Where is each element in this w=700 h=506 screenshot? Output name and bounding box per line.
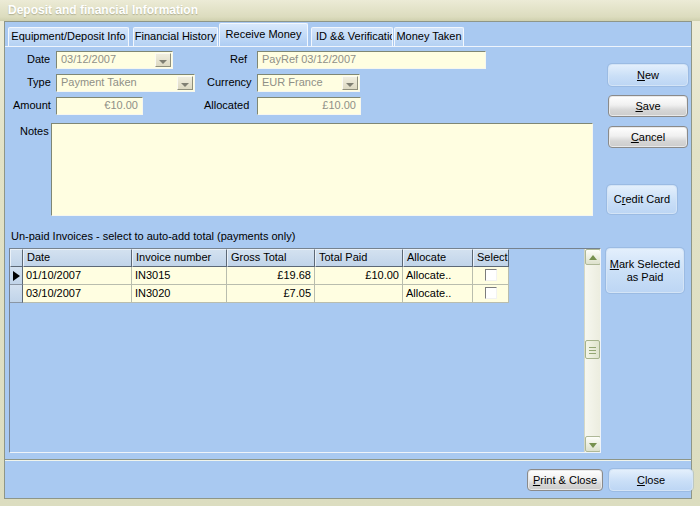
tab-label: Receive Money	[226, 28, 302, 40]
amount-value: €10.00	[104, 99, 138, 111]
button-label: Close	[637, 474, 665, 487]
cell-gross-total: £19.68	[227, 267, 315, 285]
print-and-close-button[interactable]: Print & Close	[527, 469, 603, 491]
bottom-divider	[5, 459, 691, 461]
cell-invoice-number: IN3015	[132, 267, 227, 285]
type-value: Payment Taken	[61, 76, 137, 88]
record-selector[interactable]	[10, 285, 23, 303]
cell-total-paid: £10.00	[315, 267, 403, 285]
cell-allocate-link[interactable]: Allocate..	[403, 267, 473, 285]
cell-select	[473, 267, 509, 285]
column-header-date[interactable]: Date	[23, 249, 132, 267]
currency-combobox[interactable]: EUR France	[257, 74, 360, 92]
record-selector-header	[10, 249, 23, 267]
tab-label: Money Taken	[396, 30, 461, 42]
amount-input[interactable]: €10.00	[56, 97, 143, 115]
grid-header-row: Date Invoice number Gross Total Total Pa…	[10, 249, 600, 267]
cell-date: 03/10/2007	[23, 285, 132, 303]
tab-receive-money[interactable]: Receive Money	[219, 23, 308, 46]
button-label: Save	[635, 100, 660, 113]
column-header-invoice-number[interactable]: Invoice number	[132, 249, 227, 267]
scrollbar-thumb[interactable]	[585, 340, 600, 359]
invoice-row: 03/10/2007IN3020£7.05Allocate..	[10, 285, 600, 303]
date-value: 03/12/2007	[61, 53, 116, 65]
column-header-allocate[interactable]: Allocate	[403, 249, 473, 267]
allocated-value: £10.00	[322, 99, 356, 111]
title-bar: Deposit and financial Information	[0, 0, 700, 21]
allocated-label: Allocated	[204, 99, 249, 111]
tab-label: Financial History	[135, 30, 216, 42]
tab-money-taken[interactable]: Money Taken	[394, 27, 464, 46]
mark-selected-as-paid-button[interactable]: Mark Selected as Paid	[606, 248, 684, 293]
type-combobox[interactable]: Payment Taken	[56, 74, 195, 92]
amount-label: Amount	[13, 99, 51, 111]
tab-financial-history[interactable]: Financial History	[133, 27, 218, 46]
button-label: Mark Selected as Paid	[607, 258, 683, 284]
button-label: Cancel	[631, 131, 665, 144]
credit-card-button[interactable]: Credit Card	[607, 185, 677, 214]
ref-input[interactable]: PayRef 03/12/2007	[257, 51, 486, 69]
cell-total-paid	[315, 285, 403, 303]
cell-allocate-link[interactable]: Allocate..	[403, 285, 473, 303]
cell-invoice-number: IN3020	[132, 285, 227, 303]
tab-label: ID && Verification	[316, 30, 393, 42]
new-button[interactable]: New	[608, 64, 688, 86]
close-button[interactable]: Close	[609, 469, 693, 491]
select-checkbox[interactable]	[485, 269, 497, 281]
unpaid-invoices-grid: Date Invoice number Gross Total Total Pa…	[9, 248, 601, 453]
column-header-total-paid[interactable]: Total Paid	[315, 249, 403, 267]
current-record-arrow-icon	[13, 271, 20, 281]
column-header-gross-total[interactable]: Gross Total	[227, 249, 315, 267]
window-title: Deposit and financial Information	[8, 3, 198, 17]
allocated-input[interactable]: £10.00	[257, 97, 361, 115]
scroll-up-icon[interactable]	[585, 249, 601, 265]
tab-page-receive-money: Equipment/Deposit Info Financial History…	[4, 21, 692, 499]
tab-label: Equipment/Deposit Info	[11, 30, 125, 42]
button-label: Print & Close	[533, 474, 597, 487]
tab-equipment-deposit-info[interactable]: Equipment/Deposit Info	[8, 27, 129, 46]
notes-textarea[interactable]	[51, 123, 593, 216]
ref-label: Ref	[230, 53, 247, 65]
ref-value: PayRef 03/12/2007	[262, 53, 356, 65]
type-label: Type	[27, 76, 51, 88]
select-checkbox[interactable]	[485, 287, 497, 299]
column-header-select[interactable]: Select	[473, 249, 509, 267]
chevron-down-icon[interactable]	[155, 53, 171, 67]
invoice-row: 01/10/2007IN3015£19.68£10.00Allocate..	[10, 267, 600, 285]
button-label: Credit Card	[614, 193, 670, 206]
cell-select	[473, 285, 509, 303]
button-label: New	[637, 69, 659, 82]
date-label: Date	[27, 53, 50, 65]
scroll-down-icon[interactable]	[585, 436, 601, 452]
unpaid-invoices-section-label: Un-paid Invoices - select to auto-add to…	[11, 230, 295, 242]
grid-vertical-scrollbar[interactable]	[584, 249, 600, 452]
tab-id-verification[interactable]: ID && Verification	[311, 27, 393, 46]
currency-label: Currency	[207, 76, 252, 88]
record-selector[interactable]	[10, 267, 23, 285]
cell-gross-total: £7.05	[227, 285, 315, 303]
date-combobox[interactable]: 03/12/2007	[56, 51, 173, 69]
grid-body: 01/10/2007IN3015£19.68£10.00Allocate..03…	[10, 267, 600, 303]
cancel-button[interactable]: Cancel	[608, 126, 688, 148]
notes-label: Notes	[20, 125, 49, 137]
chevron-down-icon[interactable]	[177, 76, 193, 90]
chevron-down-icon[interactable]	[342, 76, 358, 90]
currency-value: EUR France	[262, 76, 323, 88]
dialog-window: Deposit and financial Information Equipm…	[0, 0, 700, 506]
save-button[interactable]: Save	[608, 95, 688, 117]
tab-page-top-border	[5, 46, 691, 47]
cell-date: 01/10/2007	[23, 267, 132, 285]
